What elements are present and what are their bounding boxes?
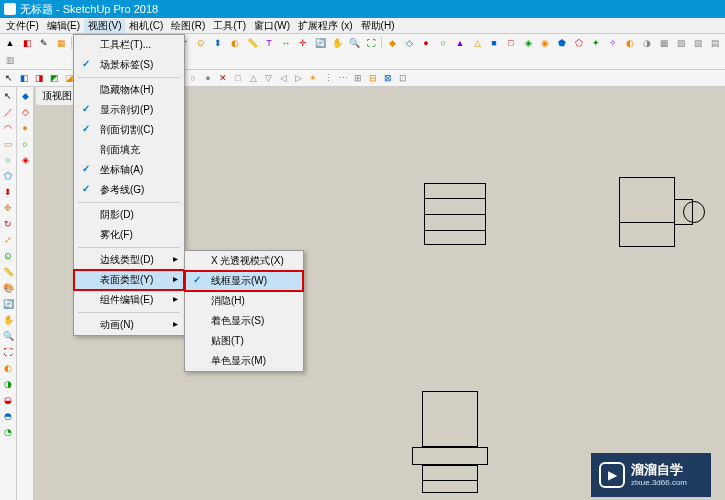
menu-window[interactable]: 窗口(W) bbox=[250, 19, 294, 33]
t2-1[interactable]: ↖ bbox=[2, 71, 16, 85]
menu-edit[interactable]: 编辑(E) bbox=[43, 19, 84, 33]
t2-21[interactable]: ✶ bbox=[306, 71, 320, 85]
lt-scale-icon[interactable]: ⤢ bbox=[1, 233, 15, 247]
tb-8[interactable]: □ bbox=[503, 35, 519, 51]
lt-rect-icon[interactable]: ▭ bbox=[1, 137, 15, 151]
menu-animation[interactable]: 动画(N)▸ bbox=[74, 315, 184, 335]
lt2-2[interactable]: ◇ bbox=[18, 105, 32, 119]
tb-4[interactable]: ○ bbox=[435, 35, 451, 51]
t2-26[interactable]: ⊠ bbox=[381, 71, 395, 85]
tb-2[interactable]: ◇ bbox=[401, 35, 417, 51]
menu-scenetabs[interactable]: ✓场景标签(S) bbox=[74, 55, 184, 75]
menu-edge-style[interactable]: 边线类型(D)▸ bbox=[74, 250, 184, 270]
followme-icon[interactable]: ◐ bbox=[227, 35, 243, 51]
tb-18[interactable]: ▨ bbox=[673, 35, 689, 51]
t2-2[interactable]: ◧ bbox=[17, 71, 31, 85]
tb-3[interactable]: ● bbox=[418, 35, 434, 51]
t2-17[interactable]: △ bbox=[246, 71, 260, 85]
tb-6[interactable]: △ bbox=[469, 35, 485, 51]
lt-move-icon[interactable]: ✥ bbox=[1, 201, 15, 215]
menu-tools[interactable]: 工具(T) bbox=[209, 19, 250, 33]
tb-20[interactable]: ▤ bbox=[707, 35, 723, 51]
menu-axes[interactable]: ✓坐标轴(A) bbox=[74, 160, 184, 180]
lt-offset-icon[interactable]: ⊙ bbox=[1, 249, 15, 263]
menu-fog[interactable]: 雾化(F) bbox=[74, 225, 184, 245]
orbit-icon[interactable]: 🔄 bbox=[312, 35, 328, 51]
zoom-icon[interactable]: 🔍 bbox=[346, 35, 362, 51]
tb-15[interactable]: ◐ bbox=[622, 35, 638, 51]
tb-12[interactable]: ⬠ bbox=[571, 35, 587, 51]
pan-icon[interactable]: ✋ bbox=[329, 35, 345, 51]
lt2-4[interactable]: ○ bbox=[18, 137, 32, 151]
tb-7[interactable]: ■ bbox=[486, 35, 502, 51]
t2-20[interactable]: ▷ bbox=[291, 71, 305, 85]
tb-5[interactable]: ▲ bbox=[452, 35, 468, 51]
lt-x1[interactable]: ◐ bbox=[1, 361, 15, 375]
lt2-1[interactable]: ◆ bbox=[18, 89, 32, 103]
t2-15[interactable]: ✕ bbox=[216, 71, 230, 85]
tb-17[interactable]: ▩ bbox=[656, 35, 672, 51]
lt-tape-icon[interactable]: 📏 bbox=[1, 265, 15, 279]
view-tab[interactable]: 顶视图 bbox=[36, 87, 78, 105]
menu-section-cuts[interactable]: ✓剖面切割(C) bbox=[74, 120, 184, 140]
lt-x4[interactable]: ◓ bbox=[1, 409, 15, 423]
face-style-submenu[interactable]: X 光透视模式(X) ✓线框显示(W) 消隐(H) 着色显示(S) 贴图(T) … bbox=[184, 250, 304, 372]
t2-19[interactable]: ◁ bbox=[276, 71, 290, 85]
menu-toolbars[interactable]: 工具栏(T)... bbox=[74, 35, 184, 55]
t2-18[interactable]: ▽ bbox=[261, 71, 275, 85]
view-menu-dropdown[interactable]: 工具栏(T)... ✓场景标签(S) 隐藏物体(H) ✓显示剖切(P) ✓剖面切… bbox=[73, 34, 185, 336]
t2-25[interactable]: ⊟ bbox=[366, 71, 380, 85]
lt-arc-icon[interactable]: ◠ bbox=[1, 121, 15, 135]
tb-19[interactable]: ▧ bbox=[690, 35, 706, 51]
tape-icon[interactable]: 📏 bbox=[244, 35, 260, 51]
menu-component-edit[interactable]: 组件编辑(E)▸ bbox=[74, 290, 184, 310]
menubar[interactable]: 文件(F) 编辑(E) 视图(V) 相机(C) 绘图(R) 工具(T) 窗口(W… bbox=[0, 18, 725, 34]
t2-27[interactable]: ⊡ bbox=[396, 71, 410, 85]
lt2-3[interactable]: ● bbox=[18, 121, 32, 135]
t2-14[interactable]: ● bbox=[201, 71, 215, 85]
lt-orbit-icon[interactable]: 🔄 bbox=[1, 297, 15, 311]
menu-section-planes[interactable]: ✓显示剖切(P) bbox=[74, 100, 184, 120]
submenu-xray[interactable]: X 光透视模式(X) bbox=[185, 251, 303, 271]
pencil-icon[interactable]: ✎ bbox=[36, 35, 52, 51]
menu-shadows[interactable]: 阴影(D) bbox=[74, 205, 184, 225]
menu-file[interactable]: 文件(F) bbox=[2, 19, 43, 33]
select-icon[interactable]: ▲ bbox=[2, 35, 18, 51]
pushpull-icon[interactable]: ⬍ bbox=[210, 35, 226, 51]
t2-16[interactable]: □ bbox=[231, 71, 245, 85]
zoomext-icon[interactable]: ⛶ bbox=[363, 35, 379, 51]
tb-16[interactable]: ◑ bbox=[639, 35, 655, 51]
t2-13[interactable]: ○ bbox=[186, 71, 200, 85]
lt2-5[interactable]: ◈ bbox=[18, 153, 32, 167]
axes-icon[interactable]: ✛ bbox=[295, 35, 311, 51]
text-icon[interactable]: T bbox=[261, 35, 277, 51]
lt-x5[interactable]: ◔ bbox=[1, 425, 15, 439]
submenu-textured[interactable]: 贴图(T) bbox=[185, 331, 303, 351]
menu-camera[interactable]: 相机(C) bbox=[125, 19, 167, 33]
dims-icon[interactable]: ↔ bbox=[278, 35, 294, 51]
lt-poly-icon[interactable]: ⬠ bbox=[1, 169, 15, 183]
menu-section-fill[interactable]: 剖面填充 bbox=[74, 140, 184, 160]
tb-14[interactable]: ✧ bbox=[605, 35, 621, 51]
lt-circle-icon[interactable]: ○ bbox=[1, 153, 15, 167]
menu-view[interactable]: 视图(V) bbox=[84, 19, 125, 33]
t2-24[interactable]: ⊞ bbox=[351, 71, 365, 85]
component-icon[interactable]: ▦ bbox=[53, 35, 69, 51]
tb-1[interactable]: ◆ bbox=[384, 35, 400, 51]
lt-line-icon[interactable]: ／ bbox=[1, 105, 15, 119]
submenu-wireframe[interactable]: ✓线框显示(W) bbox=[185, 271, 303, 291]
menu-draw[interactable]: 绘图(R) bbox=[167, 19, 209, 33]
offset-icon[interactable]: ⊙ bbox=[193, 35, 209, 51]
eraser-icon[interactable]: ◧ bbox=[19, 35, 35, 51]
menu-face-style[interactable]: 表面类型(Y)▸ bbox=[74, 270, 184, 290]
lt-rotate-icon[interactable]: ↻ bbox=[1, 217, 15, 231]
tb-21[interactable]: ▥ bbox=[2, 52, 18, 68]
lt-select-icon[interactable]: ↖ bbox=[1, 89, 15, 103]
menu-guides[interactable]: ✓参考线(G) bbox=[74, 180, 184, 200]
lt-paint-icon[interactable]: 🎨 bbox=[1, 281, 15, 295]
menu-extensions[interactable]: 扩展程序 (x) bbox=[294, 19, 356, 33]
tb-13[interactable]: ✦ bbox=[588, 35, 604, 51]
lt-push-icon[interactable]: ⬍ bbox=[1, 185, 15, 199]
lt-ext-icon[interactable]: ⛶ bbox=[1, 345, 15, 359]
tb-11[interactable]: ⬟ bbox=[554, 35, 570, 51]
